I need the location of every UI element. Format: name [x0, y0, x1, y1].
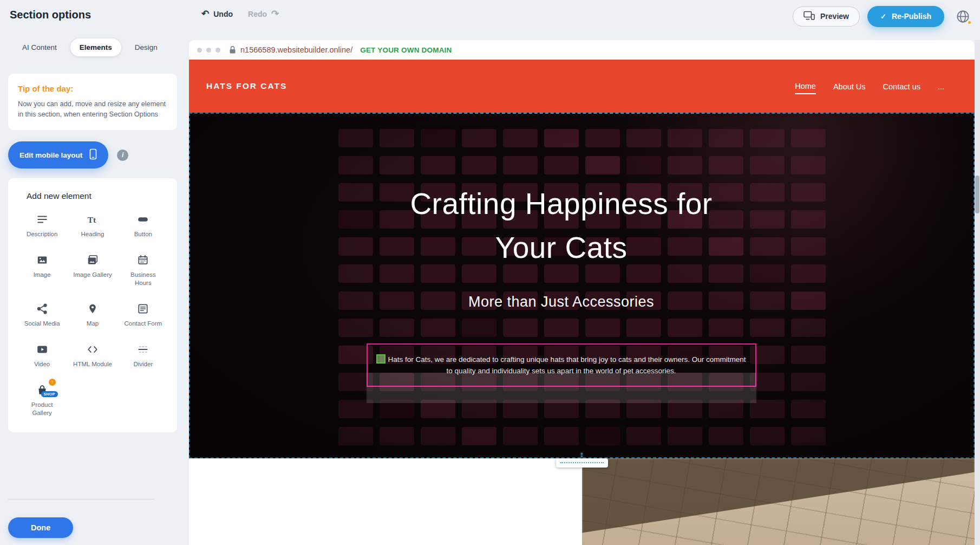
paragraph-text: Hats for Cats, we are dedicated to craft…: [388, 355, 746, 375]
get-domain-link[interactable]: GET YOUR OWN DOMAIN: [360, 46, 452, 54]
element-drag-handle[interactable]: [376, 354, 386, 364]
preview-label: Preview: [820, 12, 849, 21]
element-item-description[interactable]: Description: [17, 213, 67, 238]
image-gallery-icon: [86, 254, 100, 267]
element-label: Heading: [81, 230, 104, 238]
nav-about-us[interactable]: About Us: [833, 79, 866, 94]
selected-text-element[interactable]: Hats for Cats, we are dedicated to craft…: [367, 343, 756, 387]
element-item-contact-form[interactable]: Contact Form: [118, 302, 168, 328]
element-item-divider[interactable]: Divider: [118, 343, 168, 368]
republish-button[interactable]: ✓ Re-Publish: [867, 6, 944, 27]
element-item-map[interactable]: Map: [67, 302, 117, 328]
element-item-business-hours[interactable]: Business Hours: [118, 254, 168, 287]
tip-title: Tip of the day:: [18, 84, 167, 93]
hero-heading[interactable]: Crafting Happiness for Your Cats: [377, 182, 746, 270]
element-label: Image: [34, 271, 51, 279]
ground-photo: [582, 458, 975, 545]
site-canvas: n1566589.websitebuilder.online/ GET YOUR…: [189, 40, 975, 545]
scrollbar-thumb[interactable]: [975, 176, 979, 213]
description-icon: [35, 213, 49, 226]
element-item-social-media[interactable]: Social Media: [17, 302, 67, 328]
button-icon: [136, 213, 150, 226]
nav-home[interactable]: Home: [795, 78, 816, 94]
panel-title: Section options: [10, 9, 91, 21]
element-item-button[interactable]: Button: [118, 213, 168, 238]
devices-icon: [803, 11, 815, 22]
element-item-product-gallery[interactable]: SHOP↑Product Gallery: [17, 384, 67, 417]
undo-icon: ↶: [201, 9, 209, 18]
element-label: Video: [34, 360, 50, 368]
lock-icon: [229, 46, 236, 54]
redo-label: Redo: [248, 10, 267, 18]
sidebar-divider: [8, 499, 154, 499]
site-preview: HATS FOR CATS HomeAbout UsContact us... …: [189, 60, 975, 545]
hero-paragraph[interactable]: Hats for Cats, we are dedicated to craft…: [375, 354, 748, 377]
element-item-heading[interactable]: TtHeading: [67, 213, 117, 238]
resize-pill: [556, 458, 608, 468]
topbar-actions: Preview ✓ Re-Publish: [793, 5, 974, 27]
panel-tabs: AI ContentElementsDesign: [0, 31, 189, 55]
heading-icon: Tt: [86, 213, 100, 226]
nav-contact-us[interactable]: Contact us: [883, 79, 920, 94]
next-section: [189, 458, 975, 545]
image-icon: [35, 254, 49, 267]
tip-card: Tip of the day: Now you can add, move an…: [8, 74, 177, 130]
photo-shadow: [582, 458, 975, 545]
resize-arrows-icon: ↕: [580, 450, 584, 459]
element-label: Description: [27, 230, 58, 238]
add-element-card: Add new element DescriptionTtHeadingButt…: [8, 178, 177, 432]
upgrade-dot-icon: ↑: [49, 379, 56, 386]
element-label: Contact Form: [124, 320, 162, 328]
language-button[interactable]: [952, 5, 974, 27]
hero-content: Crafting Happiness for Your Cats More th…: [189, 113, 975, 458]
mobile-layout-row: Edit mobile layout i: [8, 141, 189, 168]
element-item-video[interactable]: Video: [17, 343, 67, 368]
nav-more[interactable]: ...: [938, 79, 944, 94]
site-header: HATS FOR CATS HomeAbout UsContact us...: [189, 60, 975, 113]
hero-section[interactable]: Crafting Happiness for Your Cats More th…: [189, 113, 975, 458]
section-resize-handle[interactable]: ↕: [556, 458, 608, 468]
add-element-title: Add new element: [27, 191, 168, 201]
element-item-html-module[interactable]: HTML Module: [67, 343, 117, 368]
highlight-band: [367, 373, 756, 403]
element-item-image[interactable]: Image: [17, 254, 67, 287]
element-label: HTML Module: [73, 360, 112, 368]
undo-label: Undo: [213, 10, 233, 18]
contact-form-icon: [136, 302, 150, 315]
map-icon: [86, 302, 100, 315]
site-logo[interactable]: HATS FOR CATS: [206, 81, 287, 91]
preview-button[interactable]: Preview: [793, 7, 860, 27]
element-label: Product Gallery: [22, 401, 63, 417]
shop-badge: SHOP: [41, 391, 58, 397]
notification-dot: [967, 20, 972, 25]
element-item-image-gallery[interactable]: Image Gallery: [67, 254, 117, 287]
divider-icon: [136, 343, 150, 356]
undo-button[interactable]: ↶ Undo: [201, 9, 233, 18]
next-section-white: [189, 458, 582, 545]
window-dots: [197, 48, 220, 53]
republish-label: Re-Publish: [892, 12, 931, 21]
business-hours-icon: [136, 254, 150, 267]
topbar: Section options ↶ Undo Redo ↷ P: [0, 0, 980, 31]
tab-elements[interactable]: Elements: [70, 38, 121, 56]
product-gallery-icon: SHOP↑: [35, 384, 49, 397]
tab-design[interactable]: Design: [126, 38, 167, 56]
redo-button[interactable]: Redo ↷: [248, 9, 279, 18]
app-window: Section options ↶ Undo Redo ↷ P: [0, 0, 980, 545]
check-icon: ✓: [880, 12, 886, 21]
element-label: Map: [87, 320, 99, 328]
svg-text:Tt: Tt: [88, 215, 96, 224]
info-icon[interactable]: i: [117, 150, 128, 161]
site-nav: HomeAbout UsContact us...: [795, 78, 944, 94]
element-label: Divider: [133, 360, 153, 368]
element-grid: DescriptionTtHeadingButtonImageImage Gal…: [17, 213, 168, 417]
edit-mobile-label: Edit mobile layout: [19, 151, 82, 159]
tip-body: Now you can add, move and resize any ele…: [18, 99, 167, 119]
done-button[interactable]: Done: [8, 517, 73, 538]
edit-mobile-layout-button[interactable]: Edit mobile layout: [8, 141, 108, 168]
page-scrollbar: [975, 40, 980, 545]
html-module-icon: [86, 343, 100, 356]
history-controls: ↶ Undo Redo ↷: [201, 9, 279, 18]
tab-ai-content[interactable]: AI Content: [13, 38, 66, 56]
hero-subheading[interactable]: More than Just Accessories: [468, 294, 654, 310]
